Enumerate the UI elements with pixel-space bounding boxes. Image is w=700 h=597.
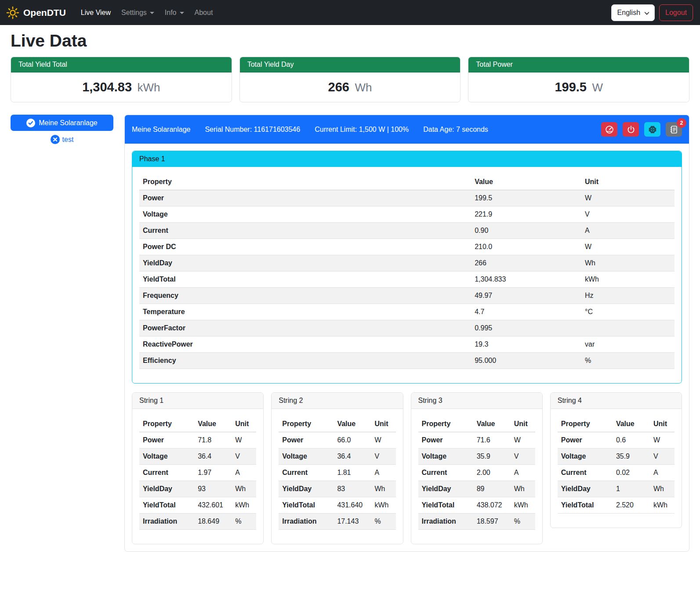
- string-card-title: String 2: [272, 393, 403, 409]
- col-property: Property: [558, 416, 613, 432]
- row-unit: A: [511, 465, 535, 481]
- row-property: Power: [139, 190, 471, 206]
- string-2-table: Property Value Unit Power66.0WVoltage36.…: [279, 416, 395, 530]
- row-property: PowerFactor: [139, 320, 471, 336]
- inverter-test-label: test: [62, 136, 74, 144]
- device-info-button[interactable]: [644, 122, 660, 137]
- summary-value: 266: [328, 80, 349, 94]
- col-value: Value: [613, 416, 650, 432]
- inverter-data-age: Data Age: 7 seconds: [423, 126, 587, 134]
- inverter-name: Meine Solaranlage: [132, 126, 190, 134]
- limit-settings-button[interactable]: [601, 122, 617, 137]
- table-row: ReactivePower19.3var: [139, 336, 675, 353]
- row-value: 266: [471, 255, 581, 271]
- table-row: Voltage35.9V: [418, 449, 535, 465]
- event-log-button[interactable]: 2: [666, 122, 682, 137]
- row-unit: %: [581, 353, 675, 369]
- summary-card-yield-day: Total Yield Day 266 Wh: [239, 57, 461, 102]
- sun-icon: [6, 6, 19, 19]
- table-row: Current1.97A: [139, 465, 256, 481]
- row-unit: V: [232, 449, 256, 465]
- summary-card-title: Total Yield Total: [11, 57, 232, 72]
- row-value: 35.9: [473, 449, 511, 465]
- table-row: Power199.5W: [139, 190, 675, 206]
- row-unit: kWh: [232, 497, 256, 514]
- row-value: 2.00: [473, 465, 511, 481]
- table-row: PowerFactor0.995: [139, 320, 675, 336]
- row-property: YieldDay: [418, 481, 473, 497]
- table-row: YieldTotal2.520kWh: [558, 497, 675, 514]
- row-property: Irradiation: [418, 514, 473, 530]
- row-unit: W: [371, 432, 396, 449]
- row-unit: Wh: [371, 481, 396, 497]
- summary-card-yield-total: Total Yield Total 1,304.83 kWh: [11, 57, 232, 102]
- inverter-card: Meine Solaranlage Serial Number: 1161716…: [124, 115, 689, 552]
- row-property: Current: [418, 465, 473, 481]
- row-property: Power: [279, 432, 334, 449]
- table-row: Current1.81A: [279, 465, 395, 481]
- table-row: Voltage221.9V: [139, 206, 675, 223]
- nav-item-info[interactable]: Info: [161, 5, 188, 20]
- brand[interactable]: OpenDTU: [6, 6, 66, 19]
- summary-unit: W: [592, 81, 603, 94]
- col-unit: Unit: [511, 416, 535, 432]
- top-navbar: OpenDTU Live View Settings Info About En…: [0, 0, 700, 25]
- string-card-title: String 3: [411, 393, 542, 409]
- journal-icon: [669, 125, 679, 134]
- language-select[interactable]: English: [611, 4, 655, 21]
- table-row: YieldTotal438.072kWh: [418, 497, 535, 514]
- table-row: Voltage35.9V: [558, 449, 675, 465]
- power-button[interactable]: [623, 122, 639, 137]
- row-unit: W: [581, 190, 675, 206]
- inverter-button-selected[interactable]: Meine Solaranlage: [11, 115, 113, 131]
- table-row: Irradiation17.143%: [279, 514, 395, 530]
- table-row: Irradiation18.597%: [418, 514, 535, 530]
- row-property: Current: [139, 465, 194, 481]
- string-card-2: String 2 Property Value Unit Power66.0WV…: [271, 392, 403, 544]
- summary-card-title: Total Power: [468, 57, 689, 72]
- nav-item-settings[interactable]: Settings: [118, 5, 158, 20]
- table-row: YieldDay89Wh: [418, 481, 535, 497]
- row-value: 18.597: [473, 514, 511, 530]
- row-unit: A: [650, 465, 675, 481]
- row-property: Voltage: [139, 449, 194, 465]
- row-unit: A: [581, 223, 675, 239]
- inverter-actions: 2: [601, 122, 682, 137]
- row-value: 35.9: [613, 449, 650, 465]
- col-value: Value: [471, 174, 581, 190]
- row-property: Power DC: [139, 239, 471, 255]
- table-row: YieldDay93Wh: [139, 481, 256, 497]
- nav-item-about[interactable]: About: [191, 5, 217, 20]
- summary-unit: Wh: [355, 81, 372, 94]
- inverter-limit: Current Limit: 1,500 W | 100%: [315, 126, 409, 134]
- table-row: YieldDay266Wh: [139, 255, 675, 271]
- row-unit: W: [511, 432, 535, 449]
- row-property: Temperature: [139, 304, 471, 320]
- logout-button[interactable]: Logout: [659, 4, 693, 21]
- summary-card-title: Total Yield Day: [240, 57, 461, 72]
- row-unit: V: [371, 449, 396, 465]
- row-value: 431.640: [334, 497, 371, 514]
- col-property: Property: [139, 416, 194, 432]
- table-row: Current0.90A: [139, 223, 675, 239]
- row-property: Voltage: [139, 206, 471, 223]
- row-value: 4.7: [471, 304, 581, 320]
- table-row: Voltage36.4V: [279, 449, 395, 465]
- row-unit: %: [511, 514, 535, 530]
- row-property: Current: [139, 223, 471, 239]
- row-value: 199.5: [471, 190, 581, 206]
- nav-item-live-view[interactable]: Live View: [77, 5, 114, 20]
- row-value: 36.4: [334, 449, 371, 465]
- inverter-button-test[interactable]: test: [11, 135, 113, 144]
- row-property: Voltage: [279, 449, 334, 465]
- table-row: YieldDay1Wh: [558, 481, 675, 497]
- col-property: Property: [279, 416, 334, 432]
- row-unit: kWh: [511, 497, 535, 514]
- strings-row: String 1 Property Value Unit Power71.8WV…: [132, 392, 682, 544]
- row-value: 1: [613, 481, 650, 497]
- row-value: 2.520: [613, 497, 650, 514]
- row-property: Frequency: [139, 288, 471, 304]
- string-3-table: Property Value Unit Power71.6WVoltage35.…: [418, 416, 535, 530]
- col-value: Value: [473, 416, 511, 432]
- row-property: YieldTotal: [279, 497, 334, 514]
